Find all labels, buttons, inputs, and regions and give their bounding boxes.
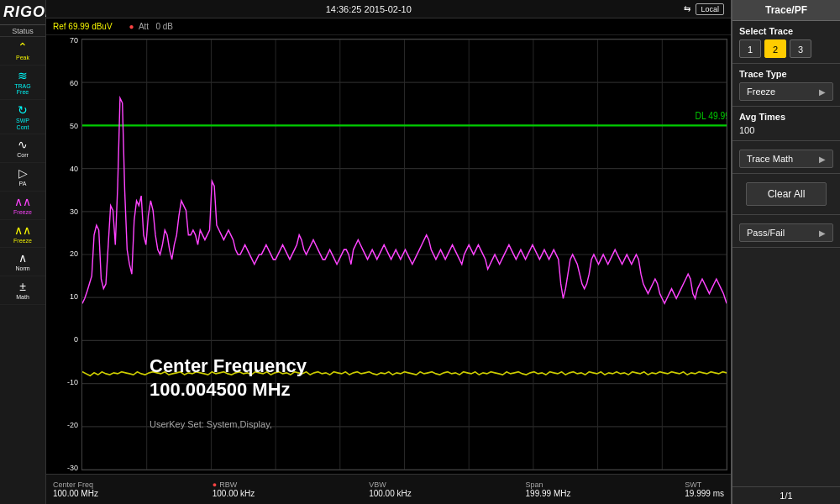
userkey-text: UserKey Set: System,Display,	[150, 419, 272, 429]
sidebar-btn-peak[interactable]: ⌃ Peak	[0, 37, 45, 66]
sidebar-btn-corr[interactable]: ∿ Corr	[0, 134, 45, 163]
trace-type-section: Trace Type Freeze ▶	[732, 64, 840, 107]
y-label--30: -30	[46, 465, 81, 472]
bottom-bar: Center Freq 100.00 MHz ●RBW 100.00 kHz V…	[46, 474, 731, 504]
att-value: Att 0 dB	[139, 22, 173, 31]
avg-times-section: Avg Times 100	[732, 107, 840, 141]
sidebar-btn-freeze-yel[interactable]: ∧∧ Freeze	[0, 220, 45, 249]
corr-label: Corr	[17, 152, 29, 159]
page-num: 1/1	[732, 486, 840, 504]
vbw-param-label: VBW	[369, 480, 386, 489]
norm-icon: ∧	[18, 251, 27, 265]
swt-param: SWT 19.999 ms	[685, 480, 724, 498]
avg-times-value: 100	[739, 125, 833, 135]
trace-btn-3[interactable]: 3	[790, 39, 811, 58]
peak-label: Peak	[16, 55, 29, 61]
sidebar-btn-pa[interactable]: ▷ PA	[0, 163, 45, 192]
center-freq-param: Center Freq 100.00 MHz	[53, 480, 98, 498]
left-sidebar: RIGOL Status ⌃ Peak ≋ TRAGFree ↻ SWPCont…	[0, 0, 46, 504]
local-badge: Local	[696, 3, 724, 15]
math-icon: ±	[19, 280, 26, 293]
select-trace-section: Select Trace 1 2 3	[732, 21, 840, 64]
clear-all-btn[interactable]: Clear All	[746, 182, 827, 206]
y-label-20: 20	[46, 250, 81, 258]
trace-btn-2[interactable]: 2	[764, 39, 786, 58]
y-label-60: 60	[46, 80, 81, 87]
pass-fail-section: Pass/Fail ▶	[732, 215, 840, 248]
span-param-value: 199.99 MHz	[526, 489, 571, 498]
y-label-70: 70	[46, 37, 81, 45]
trag-label: TRAGFree	[14, 83, 30, 96]
y-axis: 70 60 50 40 30 20 10 0 -10 -20 -30	[46, 35, 81, 474]
vbw-param: VBW 100.00 kHz	[369, 480, 412, 498]
trace-math-label: Trace Math	[747, 154, 793, 164]
trace-btn-1[interactable]: 1	[739, 39, 761, 58]
pa-label: PA	[19, 181, 27, 187]
sidebar-btn-norm[interactable]: ∧ Norm	[0, 248, 45, 276]
swp-icon: ↻	[18, 103, 28, 117]
sidebar-btn-trag[interactable]: ≋ TRAGFree	[0, 66, 45, 100]
top-bar: 14:36:25 2015-02-10 ⇆ Local	[46, 0, 731, 18]
freeze-yel-label: Freeze	[13, 238, 32, 244]
span-param-label: Span	[526, 480, 543, 489]
pass-fail-arrow: ▶	[819, 228, 826, 238]
vbw-param-value: 100.00 kHz	[369, 489, 412, 498]
spectrum-chart: DL 49.99 dBuV	[82, 39, 727, 470]
center-freq-param-value: 100.00 MHz	[53, 489, 98, 498]
ref-item: Ref 69.99 dBuV	[53, 22, 113, 31]
y-label-50: 50	[46, 123, 81, 130]
trace-math-section: Trace Math ▶	[732, 141, 840, 174]
trace-select-row: 1 2 3	[739, 39, 833, 58]
clear-all-section: Clear All	[732, 174, 840, 215]
plot-area: DL 49.99 dBuV Center Frequency 100.00450…	[81, 39, 727, 470]
sidebar-btn-swp[interactable]: ↻ SWPCont	[0, 100, 45, 134]
sidebar-btn-freeze-mag[interactable]: ∧∧ Freeze	[0, 192, 45, 220]
freeze-yel-icon: ∧∧	[14, 223, 31, 237]
freeze-mag-icon: ∧∧	[14, 195, 31, 208]
swp-label: SWPCont	[16, 118, 29, 130]
corr-icon: ∿	[18, 138, 28, 151]
right-panel-title: Trace/PF	[732, 0, 840, 21]
trace-type-arrow: ▶	[819, 87, 826, 97]
y-label-40: 40	[46, 165, 81, 173]
pa-icon: ▷	[18, 166, 28, 180]
svg-text:DL 49.99 dBuV: DL 49.99 dBuV	[696, 109, 727, 121]
center-freq-param-label: Center Freq	[53, 480, 93, 489]
freeze-mag-label: Freeze	[13, 209, 32, 216]
swt-param-value: 19.999 ms	[685, 489, 724, 498]
trag-icon: ≋	[18, 69, 28, 82]
math-label: Math	[16, 294, 29, 301]
ref-bar: Ref 69.99 dBuV ● Att 0 dB	[46, 18, 731, 35]
pass-fail-label: Pass/Fail	[747, 228, 785, 238]
y-label-0: 0	[46, 336, 81, 344]
att-item: ● Att 0 dB	[129, 22, 173, 31]
rbw-param: ●RBW 100.00 kHz	[213, 480, 255, 498]
trace-type-btn[interactable]: Freeze ▶	[739, 82, 833, 101]
datetime: 14:36:25 2015-02-10	[326, 4, 412, 14]
sidebar-btn-math[interactable]: ± Math	[0, 276, 45, 305]
status-label: Status	[0, 25, 45, 37]
top-bar-right: ⇆ Local	[684, 3, 724, 15]
right-panel: Trace/PF Select Trace 1 2 3 Trace Type F…	[731, 0, 840, 504]
span-param: Span 199.99 MHz	[526, 480, 571, 498]
swt-param-label: SWT	[685, 480, 701, 489]
trace-type-label: Trace Type	[739, 69, 833, 79]
trace-math-btn[interactable]: Trace Math ▶	[739, 150, 833, 168]
rbw-param-value: 100.00 kHz	[213, 489, 255, 498]
peak-icon: ⌃	[18, 40, 28, 54]
avg-times-label: Avg Times	[739, 112, 833, 122]
trace-math-arrow: ▶	[819, 155, 826, 164]
trace-type-value: Freeze	[747, 87, 775, 97]
pass-fail-btn[interactable]: Pass/Fail ▶	[739, 223, 833, 242]
y-label--10: -10	[46, 379, 81, 386]
arrow-icon: ⇆	[684, 4, 690, 13]
y-label-10: 10	[46, 293, 81, 301]
select-trace-label: Select Trace	[739, 26, 833, 36]
norm-label: Norm	[15, 265, 29, 272]
y-label-30: 30	[46, 208, 81, 216]
att-dot: ●	[129, 22, 134, 31]
chart-wrapper: 70 60 50 40 30 20 10 0 -10 -20 -30	[46, 35, 731, 474]
y-label--20: -20	[46, 422, 81, 429]
logo-area: RIGOL	[0, 0, 45, 25]
ref-value-label: Ref 69.99 dBuV	[53, 22, 113, 31]
